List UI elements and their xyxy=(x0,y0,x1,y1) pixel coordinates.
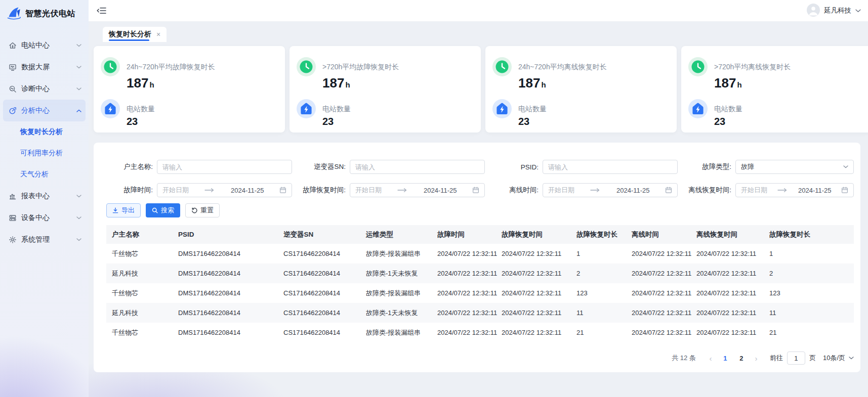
screen-icon xyxy=(9,63,17,71)
sidebar-item-device-center[interactable]: 设备中心 xyxy=(3,207,86,229)
user-name: 延凡科技 xyxy=(824,6,851,15)
table-cell: 2024/07/22 12:32:11 xyxy=(432,289,496,297)
page-unit-label: 页 xyxy=(809,354,816,363)
table-cell: 千丝物芯 xyxy=(106,249,173,258)
sidebar-subitem-label: 天气分析 xyxy=(20,170,49,179)
download-icon xyxy=(112,207,118,213)
chevron-down-icon xyxy=(76,87,81,91)
stat-value: 187h xyxy=(127,75,215,93)
fault-type-select[interactable]: 故障 xyxy=(735,160,854,174)
sidebar-subitem-recovery-duration-analysis[interactable]: 恢复时长分析 xyxy=(0,121,89,143)
goto-page-input[interactable] xyxy=(787,351,805,365)
app-logo: 智慧光伏电站 xyxy=(0,0,89,28)
data-table: 户主名称PSID逆变器SN运维类型故障时间故障恢复时间故障恢复时长离线时间离线恢… xyxy=(106,225,854,342)
stat-value: 187h xyxy=(714,75,791,93)
table-cell: 2024/07/22 12:32:11 xyxy=(432,270,496,277)
table-cell: 2024/07/22 12:32:11 xyxy=(432,250,496,257)
column-header: 故障恢复时间 xyxy=(496,230,571,239)
table-cell: 2024/07/22 12:32:11 xyxy=(691,309,764,317)
chevron-down-icon xyxy=(76,238,81,241)
table-cell: 1 xyxy=(571,250,626,257)
column-header: 故障恢复时长 xyxy=(571,230,626,239)
table-cell: CS1716462208414 xyxy=(278,329,360,336)
range-arrow-icon xyxy=(777,188,788,193)
device-icon xyxy=(9,214,17,222)
chevron-down-icon xyxy=(849,357,854,360)
plant-icon xyxy=(296,99,316,119)
sidebar-subitem-label: 可利用率分析 xyxy=(20,149,63,158)
table-cell: CS1716462208414 xyxy=(278,289,360,297)
sidebar-item-diagnose-center[interactable]: 诊断中心 xyxy=(3,78,86,100)
table-cell: DMS1716462208414 xyxy=(173,250,278,257)
reset-button[interactable]: 重置 xyxy=(185,203,220,217)
menu-fold-icon[interactable] xyxy=(97,7,107,15)
topbar: 延凡科技 xyxy=(89,0,868,22)
stat-card-1: 24h~720h平均故障恢复时长 187h 电站数量 23 xyxy=(94,46,285,133)
table-cell: 延凡科技 xyxy=(106,308,173,318)
tab-bar: 恢复时长分析 × xyxy=(103,27,868,42)
sidebar-item-data-screen[interactable]: 数据大屏 xyxy=(3,56,86,78)
sidebar-item-analysis-center[interactable]: 分析中心 xyxy=(3,100,86,121)
column-header: 故障恢复时长 xyxy=(764,230,854,239)
offline-time-range[interactable]: 开始日期 2024-11-25 xyxy=(543,183,678,197)
page-size-value: 10条/页 xyxy=(823,354,845,363)
content-area: 恢复时长分析 × 24h~720h平均故障恢复时长 187h 电站数量 23 xyxy=(89,22,868,397)
filter-group: 故障类型: 故障 xyxy=(685,160,854,174)
psid-input[interactable] xyxy=(543,160,678,174)
prev-page-button[interactable]: ‹ xyxy=(704,354,717,363)
table-cell: DMS1716462208414 xyxy=(173,289,278,297)
column-header: 离线恢复时间 xyxy=(691,230,764,239)
sidebar-item-system-management[interactable]: 系统管理 xyxy=(3,229,86,250)
offline-recovery-time-range[interactable]: 开始日期 2024-11-25 xyxy=(735,183,854,197)
table-cell: 故障类-1天未恢复 xyxy=(360,308,432,318)
user-menu[interactable]: 延凡科技 xyxy=(807,4,861,18)
start-date-placeholder: 开始日期 xyxy=(548,186,574,195)
inverter-sn-input[interactable] xyxy=(350,160,485,174)
owner-name-input[interactable] xyxy=(157,160,292,174)
stat-sub-value: 23 xyxy=(714,115,742,128)
table-cell: 2024/07/22 12:32:11 xyxy=(691,270,764,277)
page-button-2[interactable]: 2 xyxy=(735,355,748,362)
table-row: 延凡科技DMS1716462208414CS1716462208414故障类-1… xyxy=(106,303,854,323)
stat-sub-value: 23 xyxy=(518,115,547,128)
sail-logo-icon xyxy=(6,6,21,21)
sidebar-item-station-center[interactable]: 电站中心 xyxy=(3,34,86,56)
table-cell: CS1716462208414 xyxy=(278,250,360,257)
stat-title: >720h平均故障恢复时长 xyxy=(322,62,399,72)
table-cell: 2024/07/22 12:32:11 xyxy=(496,270,571,277)
table-cell: 2 xyxy=(571,270,626,277)
avatar xyxy=(807,4,820,18)
page-size-select[interactable]: 10条/页 xyxy=(823,354,854,363)
table-cell: 2 xyxy=(764,270,854,277)
table-row: 千丝物芯DMS1716462208414CS1716462208414故障类-报… xyxy=(106,244,854,263)
filter-row-2: 故障时间: 开始日期 2024-11-25 故障恢复时间: 开始日期 2024-… xyxy=(106,183,854,197)
table-cell: 2024/07/22 12:32:11 xyxy=(496,250,571,257)
table-cell: 1 xyxy=(764,250,854,257)
search-label: 搜索 xyxy=(161,206,174,215)
filter-group: 故障恢复时间: 开始日期 2024-11-25 xyxy=(299,183,492,197)
export-button[interactable]: 导出 xyxy=(106,203,141,217)
table-cell: 2024/07/22 12:32:11 xyxy=(496,289,571,297)
goto-label: 前往 xyxy=(770,354,783,363)
sidebar-subitem-availability-analysis[interactable]: 可利用率分析 xyxy=(0,143,89,164)
table-cell: 2024/07/22 12:32:11 xyxy=(496,309,571,317)
stat-title: >720h平均离线恢复时长 xyxy=(714,62,791,72)
sidebar-subitem-weather-analysis[interactable]: 天气分析 xyxy=(0,164,89,185)
action-buttons: 导出 搜索 重置 xyxy=(106,203,854,217)
page-button-1[interactable]: 1 xyxy=(719,355,732,362)
filter-label: 故障恢复时间: xyxy=(299,186,350,195)
sidebar-item-report-center[interactable]: 报表中心 xyxy=(3,185,86,207)
search-button[interactable]: 搜索 xyxy=(146,203,180,217)
sidebar: 智慧光伏电站 电站中心 数据大屏 诊断中心 分析中心 恢复时长分析 可利用率分析… xyxy=(0,0,89,397)
next-page-button[interactable]: › xyxy=(750,354,763,363)
fault-recovery-time-range[interactable]: 开始日期 2024-11-25 xyxy=(350,183,485,197)
table-row: 千丝物芯DMS1716462208414CS1716462208414故障类-报… xyxy=(106,283,854,303)
sidebar-item-label: 诊断中心 xyxy=(21,84,50,94)
column-header: PSID xyxy=(173,231,278,238)
table-cell: 故障类-报装漏组串 xyxy=(360,328,432,337)
fault-time-range[interactable]: 开始日期 2024-11-25 xyxy=(157,183,292,197)
tab-recovery-duration-analysis[interactable]: 恢复时长分析 × xyxy=(103,27,167,42)
app-title: 智慧光伏电站 xyxy=(25,9,75,19)
pagination: 共 12 条 ‹ 12 › 前往 页 10条/页 xyxy=(106,351,854,365)
tab-close-icon[interactable]: × xyxy=(156,31,160,38)
